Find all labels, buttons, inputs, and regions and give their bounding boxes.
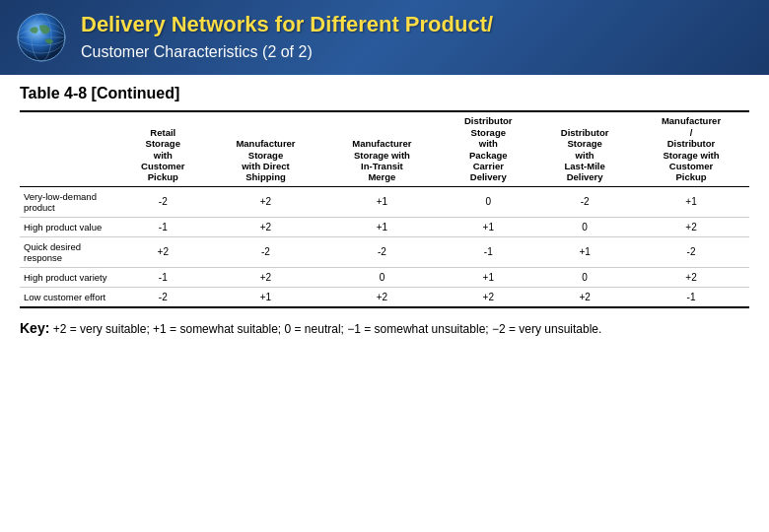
cell-value: +1 — [208, 287, 324, 307]
cell-value: -1 — [118, 267, 208, 287]
cell-value: 0 — [323, 267, 440, 287]
cell-value: +1 — [440, 267, 536, 287]
col-header-manufacturer-distributor: Manufacturer/DistributorStorage withCust… — [633, 111, 749, 186]
row-label: High product value — [20, 217, 118, 236]
table-row: Quick desired response+2-2-2-1+1-2 — [20, 236, 749, 267]
key-label: Key: — [20, 322, 49, 336]
cell-value: -1 — [118, 217, 208, 236]
key-text: +2 = very suitable; +1 = somewhat suitab… — [53, 322, 602, 336]
page-header: Delivery Networks for Different Product/… — [0, 0, 769, 75]
cell-value: -2 — [118, 287, 208, 307]
characteristics-table: RetailStoragewithCustomerPickup Manufact… — [20, 110, 749, 307]
table-row: Very-low-demand product-2+2+10-2+1 — [20, 186, 749, 217]
col-header-manufacturer-direct: ManufacturerStoragewith DirectShipping — [208, 111, 324, 186]
cell-value: -2 — [323, 236, 440, 267]
cell-value: +2 — [536, 287, 633, 307]
cell-value: +1 — [536, 236, 633, 267]
cell-value: +2 — [208, 267, 324, 287]
cell-value: +2 — [208, 217, 324, 236]
row-label: Very-low-demand product — [20, 186, 118, 217]
cell-value: -1 — [633, 287, 749, 307]
header-title-line2: Customer Characteristics (2 of 2) — [81, 37, 493, 63]
cell-value: +2 — [633, 217, 749, 236]
cell-value: +1 — [323, 217, 440, 236]
globe-icon — [16, 12, 67, 63]
col-header-retail: RetailStoragewithCustomerPickup — [118, 111, 208, 186]
cell-value: 0 — [536, 217, 633, 236]
cell-value: +2 — [440, 287, 536, 307]
col-header-distributor-package: DistributorStoragewithPackageCarrierDeli… — [440, 111, 536, 186]
table-row: Low customer effort-2+1+2+2+2-1 — [20, 287, 749, 307]
table-row: High product variety-1+20+10+2 — [20, 267, 749, 287]
col-header-distributor-lastmile: DistributorStoragewithLast-MileDelivery — [536, 111, 633, 186]
cell-value: +2 — [323, 287, 440, 307]
cell-value: -2 — [536, 186, 633, 217]
cell-value: +2 — [208, 186, 324, 217]
table-title: Table 4-8 [Continued] — [20, 85, 749, 102]
header-text: Delivery Networks for Different Product/… — [81, 12, 493, 63]
cell-value: -2 — [633, 236, 749, 267]
row-label: Low customer effort — [20, 287, 118, 307]
table-row: High product value-1+2+1+10+2 — [20, 217, 749, 236]
cell-value: +1 — [323, 186, 440, 217]
cell-value: -1 — [440, 236, 536, 267]
key-section: Key: +2 = very suitable; +1 = somewhat s… — [20, 318, 749, 339]
cell-value: +1 — [440, 217, 536, 236]
table-header-row: RetailStoragewithCustomerPickup Manufact… — [20, 111, 749, 186]
cell-value: -2 — [208, 236, 324, 267]
main-content: Table 4-8 [Continued] RetailStoragewithC… — [0, 75, 769, 346]
col-header-empty — [20, 111, 118, 186]
cell-value: -2 — [118, 186, 208, 217]
cell-value: 0 — [440, 186, 536, 217]
cell-value: 0 — [536, 267, 633, 287]
header-title-line1: Delivery Networks for Different Product/ — [81, 12, 493, 37]
cell-value: +1 — [633, 186, 749, 217]
col-header-manufacturer-intransit: ManufacturerStorage withIn-TransitMerge — [323, 111, 440, 186]
row-label: Quick desired response — [20, 236, 118, 267]
cell-value: +2 — [118, 236, 208, 267]
cell-value: +2 — [633, 267, 749, 287]
row-label: High product variety — [20, 267, 118, 287]
